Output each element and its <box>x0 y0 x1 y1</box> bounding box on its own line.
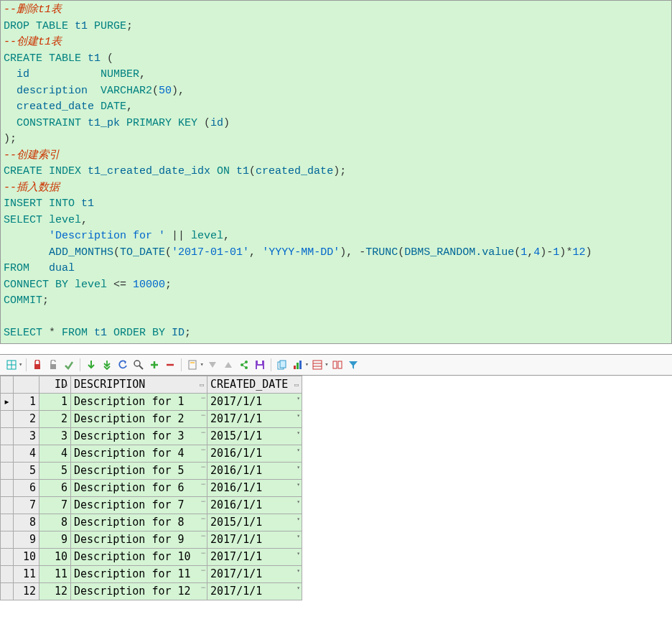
add-row-icon[interactable] <box>147 358 162 372</box>
date-picker-icon[interactable]: ▾ <box>297 567 300 574</box>
cell-description[interactable]: Description for 5⋯ <box>71 462 207 479</box>
cell-id[interactable]: 7 <box>39 496 71 514</box>
date-picker-icon[interactable]: ▾ <box>297 533 300 539</box>
cell-menu-icon[interactable]: ⋯ <box>202 412 205 419</box>
cell-created-date[interactable]: 2017/1/1▾ <box>207 531 302 548</box>
cell-id[interactable]: 1 <box>39 393 71 410</box>
date-picker-icon[interactable]: ▾ <box>297 412 300 419</box>
cell-id[interactable]: 10 <box>39 548 71 565</box>
sort-desc-icon[interactable] <box>205 358 220 372</box>
column-header-created-date[interactable]: CREATED_DATE▭ <box>207 376 302 393</box>
fetch-all-icon[interactable] <box>100 358 114 372</box>
cell-created-date[interactable]: 2015/1/1▾ <box>207 514 302 531</box>
table-row[interactable]: 1010Description for 10⋯2017/1/1▾ <box>1 548 302 565</box>
cell-created-date[interactable]: 2016/1/1▾ <box>207 496 302 514</box>
dropdown-icon[interactable]: ▾ <box>325 361 328 368</box>
unlock-icon[interactable] <box>46 358 60 372</box>
date-picker-icon[interactable]: ▾ <box>297 516 300 522</box>
cell-id[interactable]: 2 <box>39 410 71 427</box>
save-icon[interactable] <box>253 358 267 372</box>
date-picker-icon[interactable]: ▾ <box>297 498 300 505</box>
cell-menu-icon[interactable]: ⋯ <box>202 567 205 574</box>
cell-description[interactable]: Description for 9⋯ <box>71 531 207 548</box>
copy-icon[interactable] <box>275 358 289 372</box>
cell-menu-icon[interactable]: ⋯ <box>202 532 205 539</box>
date-picker-icon[interactable]: ▾ <box>297 447 300 453</box>
table-row[interactable]: 1111Description for 11⋯2017/1/1▾ <box>1 565 302 582</box>
link-icon[interactable] <box>237 358 251 372</box>
cell-created-date[interactable]: 2017/1/1▾ <box>207 548 302 565</box>
cell-created-date[interactable]: 2017/1/1▾ <box>207 393 302 410</box>
single-record-icon[interactable] <box>310 358 325 372</box>
table-row[interactable]: ▸11Description for 1⋯2017/1/1▾ <box>1 393 302 410</box>
fetch-down-icon[interactable] <box>84 358 98 372</box>
table-row[interactable]: 55Description for 5⋯2016/1/1▾ <box>1 462 302 479</box>
cell-description[interactable]: Description for 10⋯ <box>71 548 207 565</box>
cell-created-date[interactable]: 2016/1/1▾ <box>207 462 302 479</box>
cell-id[interactable]: 4 <box>39 445 71 462</box>
dropdown-icon[interactable]: ▾ <box>305 361 309 368</box>
cell-id[interactable]: 11 <box>39 565 71 582</box>
date-picker-icon[interactable]: ▾ <box>297 464 300 470</box>
refresh-icon[interactable] <box>116 358 130 372</box>
cell-menu-icon[interactable]: ⋯ <box>202 463 205 470</box>
dropdown-icon[interactable]: ▾ <box>200 361 203 368</box>
table-row[interactable]: 44Description for 4⋯2016/1/1▾ <box>1 445 302 462</box>
table-row[interactable]: 33Description for 3⋯2015/1/1▾ <box>1 427 302 445</box>
cell-description[interactable]: Description for 11⋯ <box>71 565 207 582</box>
commit-icon[interactable] <box>62 358 76 372</box>
cell-created-date[interactable]: 2016/1/1▾ <box>207 479 302 496</box>
date-picker-icon[interactable]: ▾ <box>297 395 300 401</box>
chart-icon[interactable] <box>291 358 305 372</box>
cell-menu-icon[interactable]: ⋯ <box>202 498 205 505</box>
multi-record-icon[interactable] <box>330 358 345 372</box>
cell-menu-icon[interactable]: ⋯ <box>202 549 205 557</box>
cell-description[interactable]: Description for 12⋯ <box>71 582 207 600</box>
cell-id[interactable]: 5 <box>39 462 71 479</box>
table-row[interactable]: 1212Description for 12⋯2017/1/1▾ <box>1 582 302 600</box>
cell-menu-icon[interactable]: ⋯ <box>202 515 205 522</box>
cell-id[interactable]: 6 <box>39 479 71 496</box>
cell-description[interactable]: Description for 4⋯ <box>71 445 207 462</box>
export-icon[interactable] <box>185 358 200 372</box>
cell-created-date[interactable]: 2017/1/1▾ <box>207 565 302 582</box>
cell-menu-icon[interactable]: ⋯ <box>202 394 205 401</box>
dropdown-icon[interactable]: ▾ <box>19 361 22 368</box>
find-icon[interactable] <box>131 358 146 372</box>
cell-description[interactable]: Description for 3⋯ <box>71 427 207 445</box>
table-row[interactable]: 66Description for 6⋯2016/1/1▾ <box>1 479 302 496</box>
results-grid[interactable]: ID▭ DESCRIPTION▭ CREATED_DATE▭ ▸11Descri… <box>0 376 302 600</box>
cell-description[interactable]: Description for 8⋯ <box>71 514 207 531</box>
date-picker-icon[interactable]: ▾ <box>297 550 300 557</box>
cell-id[interactable]: 8 <box>39 514 71 531</box>
date-picker-icon[interactable]: ▾ <box>297 585 300 591</box>
grid-icon[interactable] <box>4 358 19 372</box>
sort-asc-icon[interactable] <box>221 358 235 372</box>
date-picker-icon[interactable]: ▾ <box>297 429 300 436</box>
cell-created-date[interactable]: 2017/1/1▾ <box>207 582 302 600</box>
cell-description[interactable]: Description for 7⋯ <box>71 496 207 514</box>
cell-created-date[interactable]: 2015/1/1▾ <box>207 427 302 445</box>
delete-row-icon[interactable] <box>163 358 177 372</box>
date-picker-icon[interactable]: ▾ <box>297 481 300 488</box>
cell-description[interactable]: Description for 2⋯ <box>71 410 207 427</box>
lock-icon[interactable] <box>30 358 45 372</box>
cell-menu-icon[interactable]: ⋯ <box>202 429 205 436</box>
cell-created-date[interactable]: 2016/1/1▾ <box>207 445 302 462</box>
table-row[interactable]: 77Description for 7⋯2016/1/1▾ <box>1 496 302 514</box>
cell-menu-icon[interactable]: ⋯ <box>202 446 205 453</box>
column-header-id[interactable]: ID▭ <box>39 376 71 393</box>
table-row[interactable]: 99Description for 9⋯2017/1/1▾ <box>1 531 302 548</box>
cell-menu-icon[interactable]: ⋯ <box>202 480 205 488</box>
table-row[interactable]: 88Description for 8⋯2015/1/1▾ <box>1 514 302 531</box>
cell-description[interactable]: Description for 1⋯ <box>71 393 207 410</box>
cell-id[interactable]: 3 <box>39 427 71 445</box>
sql-editor[interactable]: --删除t1表 DROP TABLE t1 PURGE; --创建t1表 CRE… <box>0 0 672 344</box>
cell-id[interactable]: 9 <box>39 531 71 548</box>
cell-description[interactable]: Description for 6⋯ <box>71 479 207 496</box>
filter-icon[interactable] <box>346 358 360 372</box>
table-row[interactable]: 22Description for 2⋯2017/1/1▾ <box>1 410 302 427</box>
cell-menu-icon[interactable]: ⋯ <box>202 584 205 591</box>
column-header-description[interactable]: DESCRIPTION▭ <box>71 376 207 393</box>
cell-id[interactable]: 12 <box>39 582 71 600</box>
